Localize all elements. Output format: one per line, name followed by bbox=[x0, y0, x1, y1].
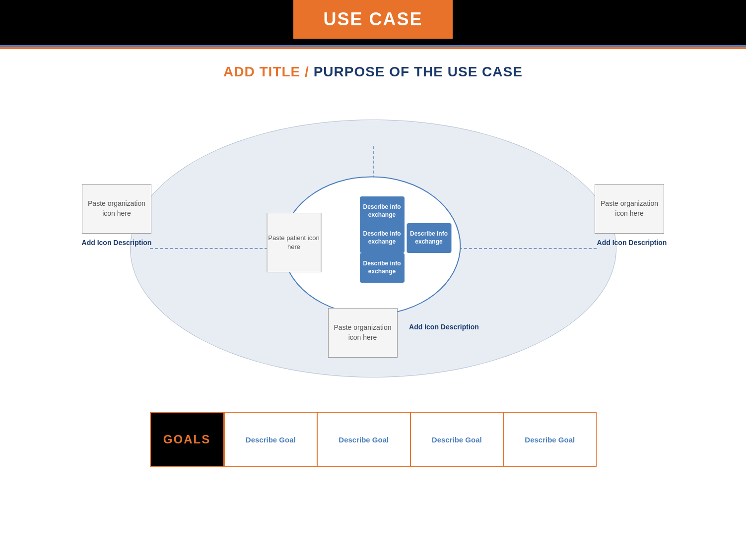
icon-desc-left: Add Icon Description bbox=[72, 239, 161, 247]
icon-desc-bottom: Add Icon Description bbox=[390, 323, 499, 331]
info-box-1: Describe info exchange bbox=[360, 196, 405, 226]
footer: Icons provided by MeHI at mehi.masstech.… bbox=[0, 555, 746, 560]
goal-cell-3[interactable]: Describe Goal bbox=[410, 412, 504, 467]
use-case-badge: USE CASE bbox=[293, 0, 452, 39]
patient-box: Paste patient icon here bbox=[267, 213, 321, 272]
header: USE CASE bbox=[0, 0, 746, 45]
org-box-bottom: Paste organization icon here bbox=[328, 308, 398, 358]
org-box-left: Paste organization icon here bbox=[82, 184, 151, 234]
goal-cell-2[interactable]: Describe Goal bbox=[317, 412, 410, 467]
goal-cell-4[interactable]: Describe Goal bbox=[503, 412, 597, 467]
org-box-right: Paste organization icon here bbox=[595, 184, 664, 234]
info-box-2: Describe info exchange bbox=[360, 223, 405, 253]
info-box-3: Describe info exchange bbox=[407, 223, 451, 253]
goal-cell-1[interactable]: Describe Goal bbox=[224, 412, 318, 467]
diagram-area: Paste organization icon here Add Icon De… bbox=[15, 95, 731, 402]
divider-bar bbox=[0, 45, 746, 49]
main-content: ADD TITLE / PURPOSE OF THE USE CASE Past… bbox=[0, 49, 746, 555]
title-part2: PURPOSE OF THE USE CASE bbox=[314, 64, 523, 79]
info-box-4: Describe info exchange bbox=[360, 253, 405, 283]
icon-desc-right: Add Icon Description bbox=[587, 239, 677, 247]
goals-label: GOALS bbox=[150, 412, 224, 467]
goals-section: GOALS Describe Goal Describe Goal Descri… bbox=[150, 412, 597, 467]
title-part1: ADD TITLE / bbox=[223, 64, 314, 79]
page-title: ADD TITLE / PURPOSE OF THE USE CASE bbox=[15, 59, 731, 85]
